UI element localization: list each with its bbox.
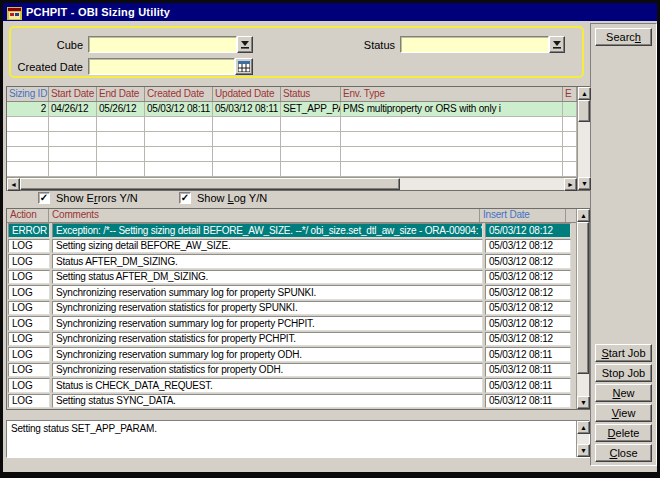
detail-vscrollbar[interactable]: ▲ ▼	[576, 421, 589, 457]
show-log-checkbox[interactable]: ✓	[179, 192, 191, 204]
log-row[interactable]: LOGSetting status SYNC_DATA.05/03/12 08:…	[7, 394, 576, 409]
vscroll-track[interactable]	[577, 374, 589, 396]
log-row[interactable]: LOGSynchronizing reservation statistics …	[7, 301, 576, 316]
column-header[interactable]: Comments	[49, 209, 480, 222]
show-log-label: Show Log Y/N	[197, 192, 267, 204]
cell: Synchronizing reservation summary log fo…	[52, 285, 483, 300]
delete-button[interactable]: Delete	[595, 424, 652, 442]
cell	[563, 147, 577, 161]
scroll-down-icon: ▼	[581, 180, 588, 187]
cube-input[interactable]	[88, 36, 237, 53]
column-header[interactable]: Start Date	[49, 87, 97, 101]
column-header[interactable]: End Date	[97, 87, 145, 101]
status-label: Status	[333, 39, 395, 51]
vscroll-track[interactable]	[577, 434, 589, 444]
log-row[interactable]: LOGSynchronizing reservation statistics …	[7, 332, 576, 347]
sizing-grid-hscrollbar[interactable]: ◄ ►	[7, 177, 577, 190]
scroll-down-button[interactable]: ▼	[578, 177, 591, 190]
cell: LOG	[8, 363, 50, 378]
vscroll-thumb[interactable]	[578, 100, 590, 122]
log-row[interactable]: LOGSetting status AFTER_DM_SIZING.05/03/…	[7, 270, 576, 285]
cell: LOG	[8, 394, 50, 409]
log-row[interactable]: LOGSynchronizing reservation summary log…	[7, 316, 576, 331]
scroll-up-icon: ▲	[581, 90, 588, 97]
cell: SET_APP_PARAM	[281, 102, 341, 116]
detail-box[interactable]: Setting status SET_APP_PARAM. ▲ ▼	[6, 420, 590, 458]
app-icon	[7, 6, 22, 19]
cell: LOG	[8, 378, 50, 393]
cell: 2	[7, 102, 49, 116]
cell	[145, 147, 213, 161]
hscroll-thumb[interactable]	[20, 178, 400, 190]
scroll-up-button[interactable]: ▲	[578, 87, 591, 100]
cell	[563, 102, 577, 116]
cell	[213, 132, 281, 146]
scroll-up-button[interactable]: ▲	[577, 421, 590, 434]
cell	[341, 162, 563, 176]
cell	[341, 117, 563, 131]
scroll-down-button[interactable]: ▼	[577, 444, 590, 457]
column-header[interactable]: E	[563, 87, 577, 101]
column-header[interactable]: Created Date	[145, 87, 213, 101]
status-input[interactable]	[400, 36, 549, 53]
log-row[interactable]: LOGSynchronizing reservation summary log…	[7, 347, 576, 362]
cell: 05/03/12 08:11	[485, 378, 571, 393]
view-button[interactable]: View	[595, 404, 652, 422]
sizing-grid-vscrollbar[interactable]: ▲ ▼	[577, 87, 590, 190]
close-button[interactable]: Close	[595, 444, 652, 462]
detail-text: Setting status SET_APP_PARAM.	[7, 421, 576, 457]
new-button[interactable]: New	[595, 384, 652, 402]
table-row-empty[interactable]	[7, 117, 577, 132]
log-grid-vscrollbar[interactable]: ▲ ▼	[576, 209, 589, 409]
calendar-button[interactable]	[235, 58, 253, 75]
cell: Setting sizing detail BEFORE_AW_SIZE.	[52, 239, 483, 254]
show-errors-checkbox[interactable]: ✓	[38, 192, 50, 204]
column-header[interactable]: Env. Type	[341, 87, 563, 101]
log-row[interactable]: LOGSynchronizing reservation statistics …	[7, 363, 576, 378]
scroll-right-icon: ►	[567, 181, 574, 188]
column-header[interactable]: Sizing ID	[7, 87, 49, 101]
dropdown-icon	[241, 40, 250, 49]
column-header[interactable]: Status	[281, 87, 341, 101]
vscroll-track[interactable]	[578, 122, 590, 177]
table-row-empty[interactable]	[7, 147, 577, 162]
cell	[213, 162, 281, 176]
status-combo	[400, 36, 565, 53]
column-header[interactable]: Action	[7, 209, 49, 222]
log-row[interactable]: LOGSetting sizing detail BEFORE_AW_SIZE.…	[7, 239, 576, 254]
scroll-up-button[interactable]: ▲	[577, 209, 590, 222]
table-row[interactable]: 204/26/1205/26/1205/03/12 08:1105/03/12 …	[7, 102, 577, 117]
column-header[interactable]: Updated Date	[213, 87, 281, 101]
log-row[interactable]: LOGStatus AFTER_DM_SIZING.05/03/12 08:12	[7, 254, 576, 269]
cell: LOG	[8, 254, 50, 269]
scroll-down-button[interactable]: ▼	[577, 396, 590, 409]
log-row[interactable]: LOGStatus is CHECK_DATA_REQUEST.05/03/12…	[7, 378, 576, 393]
column-header[interactable]: Insert Date	[480, 209, 566, 222]
hscroll-track[interactable]	[400, 178, 564, 190]
table-row-empty[interactable]	[7, 132, 577, 147]
log-row[interactable]: ERRORException: /*-- Setting sizing deta…	[7, 223, 576, 238]
cell: 05/03/12 08:12	[485, 316, 571, 331]
scroll-left-button[interactable]: ◄	[7, 178, 20, 191]
cell: PMS multiproperty or ORS with only i	[341, 102, 563, 116]
show-errors-label: Show Errors Y/N	[56, 192, 138, 204]
cell	[145, 162, 213, 176]
status-dropdown-button[interactable]	[549, 36, 565, 53]
app-window: PCHPIT - OBI Sizing Utility Cube Status	[0, 0, 660, 478]
vscroll-thumb[interactable]	[577, 222, 589, 374]
sizing-grid-content: Sizing IDStart DateEnd DateCreated DateU…	[7, 87, 577, 190]
created-date-input[interactable]	[88, 58, 235, 75]
title-bar: PCHPIT - OBI Sizing Utility	[3, 3, 657, 21]
log-grid-header: ActionCommentsInsert Date	[7, 209, 576, 223]
cube-dropdown-button[interactable]	[237, 36, 253, 53]
cell: Synchronizing reservation summary log fo…	[52, 347, 483, 362]
start-job-button[interactable]: Start Job	[595, 344, 652, 362]
scroll-right-button[interactable]: ►	[564, 178, 577, 191]
cell: Synchronizing reservation statistics for…	[52, 363, 483, 378]
cell	[563, 117, 577, 131]
table-row-empty[interactable]	[7, 162, 577, 177]
search-button[interactable]: Search	[595, 28, 652, 46]
stop-job-button[interactable]: Stop Job	[595, 364, 652, 382]
log-row[interactable]: LOGSynchronizing reservation summary log…	[7, 285, 576, 300]
cell	[281, 117, 341, 131]
